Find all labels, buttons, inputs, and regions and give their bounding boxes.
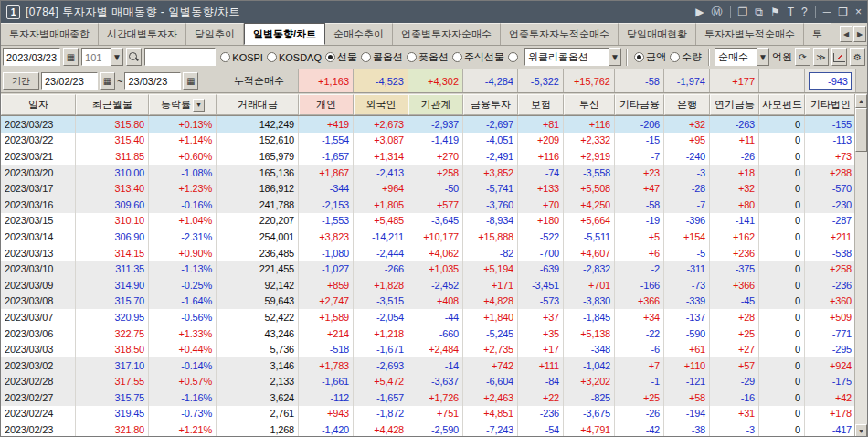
radio-market-KOSDAQ[interactable]: KOSDAQ — [267, 52, 322, 63]
cell-기타법인: -287 — [805, 213, 856, 229]
cell-은행: -240 — [664, 148, 710, 165]
table-row[interactable]: 2023/02/24319.45-0.73%2,761+943-1,872+75… — [1, 406, 856, 422]
table-row[interactable]: 2023/03/07320.95-0.56%52,422+1,589-2,054… — [1, 309, 856, 325]
maximize-button[interactable]: ❒ — [838, 6, 848, 17]
cell-일자: 2023/03/22 — [1, 133, 76, 149]
tab-2[interactable]: 당일추이 — [186, 23, 244, 45]
table-row[interactable]: 2023/03/08315.70-1.64%59,643+2,747-3,515… — [1, 293, 856, 310]
pin-icon[interactable]: ⚑ — [770, 6, 780, 17]
unit-label: 억원 — [772, 50, 792, 64]
cell-일자: 2023/02/27 — [1, 389, 76, 406]
cell-일자: 2023/02/24 — [1, 406, 76, 422]
cell-기관계: -660 — [408, 325, 463, 342]
radio-market-KOSPI[interactable]: KOSPI — [220, 52, 263, 63]
cell-기관계: -2,590 — [408, 421, 463, 437]
search-button[interactable] — [126, 48, 142, 66]
cell-연기금등: +28 — [710, 309, 759, 325]
cell-등락률: +0.60% — [149, 148, 217, 165]
table-row[interactable]: 2023/03/21311.85+0.60%165,979-1,657+1,31… — [1, 148, 856, 165]
tab-0[interactable]: 투자자별매매종합 — [1, 23, 99, 45]
table-row[interactable]: 2023/03/06322.75+1.33%43,246+214+1,218-6… — [1, 325, 856, 342]
cell-금융투자: -3,760 — [463, 197, 518, 213]
radio-market-선물[interactable]: 선물 — [325, 50, 357, 64]
table-row[interactable]: 2023/03/10311.35-1.13%221,455-1,027-266+… — [1, 261, 856, 277]
cell-외국인: +5,485 — [354, 213, 408, 229]
scroll-down-icon[interactable]: ▼ — [855, 424, 867, 437]
cell-은행: -590 — [664, 325, 710, 342]
calendar-icon[interactable]: ▦ — [100, 72, 115, 90]
data-grid: 일자최근월물등락률▼거래대금개인외국인기관계금융투자보험투신기타금융은행연기금등… — [1, 94, 856, 437]
cell-기타금융: +6 — [615, 245, 664, 261]
period-from-input[interactable]: 23/02/23 — [41, 72, 98, 90]
table-row[interactable]: 2023/03/22315.40+1.14%152,610-1,554+3,08… — [1, 133, 856, 149]
cell-일자: 2023/02/23 — [1, 421, 76, 437]
table-row[interactable]: 2023/03/15310.10+1.04%220,207-1,553+5,48… — [1, 213, 856, 229]
table-row[interactable]: 2023/02/23321.80+1.21%1,268-1,420+4,428-… — [1, 421, 856, 437]
period-to-input[interactable]: 23/03/23 — [124, 72, 181, 90]
table-row[interactable]: 2023/03/16309.60-0.16%241,788-2,153+1,80… — [1, 197, 856, 213]
table-row[interactable]: 2023/03/03318.50+0.44%5,736-518-1,671+2,… — [1, 341, 856, 357]
chevron-down-icon[interactable]: ▼ — [757, 48, 769, 66]
table-row[interactable]: 2023/03/13314.15+0.90%236,485-1,080-2,44… — [1, 245, 856, 261]
cell-사모펀드: 0 — [759, 325, 805, 342]
chevron-down-icon[interactable]: ▼ — [609, 48, 621, 66]
tab-5[interactable]: 업종별투자자순매수 — [393, 23, 501, 45]
tab-8[interactable]: 투자자별누적순매수 — [696, 23, 804, 45]
radio-amount-수량[interactable]: 수량 — [670, 50, 702, 64]
radio-market-콜옵션[interactable]: 콜옵션 — [361, 50, 403, 64]
radio-amount-금액[interactable]: 금액 — [634, 50, 666, 64]
tab-4[interactable]: 순매수추이 — [325, 23, 393, 45]
tab-9[interactable]: 투 — [804, 23, 831, 45]
cell-거래대금: 254,001 — [217, 229, 299, 245]
tab-3[interactable]: 일별동향/차트 — [244, 23, 325, 45]
close-button[interactable]: × — [855, 6, 862, 17]
period-controls: 기간 23/02/23 ▦ ~ 23/03/23 ▦ — [1, 69, 220, 92]
scrollbar-thumb[interactable] — [855, 108, 867, 152]
symbol-input[interactable] — [144, 48, 216, 66]
calendar-icon[interactable]: ▦ — [183, 72, 198, 90]
radio-market-주식선물[interactable]: 주식선물 — [452, 50, 504, 64]
expand-button[interactable]: ≫ — [813, 48, 829, 66]
tab-7[interactable]: 당일매매현황 — [619, 23, 696, 45]
table-row[interactable]: 2023/03/02317.10-0.14%3,146+1,783-2,693-… — [1, 357, 856, 374]
table-row[interactable]: 2023/02/27315.75-1.16%3,624-112-1,657+1,… — [1, 389, 856, 406]
chevron-down-icon[interactable]: ▼ — [111, 48, 123, 66]
table-row[interactable]: 2023/03/20310.00-1.08%165,136+1,867-2,41… — [1, 165, 856, 181]
radio-market-6[interactable] — [508, 52, 520, 62]
measure-value[interactable]: 순매수 — [715, 48, 757, 66]
scrollbar-track[interactable] — [855, 152, 867, 424]
tab-scroll-left-icon[interactable]: ◀ — [840, 26, 852, 42]
date-input[interactable]: 2023/03/23 — [3, 48, 60, 66]
code-combo[interactable]: 101 ▼ — [81, 48, 123, 66]
settings-button[interactable]: ⚙ — [850, 48, 865, 66]
font-size-icon[interactable]: T — [788, 6, 794, 17]
mini-mode-icon[interactable]: Ⓜ — [712, 6, 723, 17]
cell-기타법인: -417 — [805, 421, 856, 437]
table-row[interactable]: 2023/03/23315.80+0.13%142,249+419+2,673-… — [1, 116, 856, 133]
vertical-scrollbar[interactable]: ▲ ▼ — [854, 94, 867, 437]
weekly-option-value[interactable]: 위클리콜옵션 — [524, 48, 609, 66]
tab-6[interactable]: 업종투자자누적순매수 — [501, 23, 619, 45]
scroll-up-icon[interactable]: ▲ — [855, 94, 867, 108]
tab-1[interactable]: 시간대별투자자 — [99, 23, 186, 45]
radio-market-풋옵션[interactable]: 풋옵션 — [407, 50, 449, 64]
refresh-button[interactable]: ⟳ — [795, 48, 810, 66]
calendar-icon[interactable]: ▦ — [63, 48, 79, 66]
table-row[interactable]: 2023/03/14306.90-2.31%254,001+3,823-14,2… — [1, 229, 856, 245]
cell-기관계: +408 — [408, 293, 463, 310]
chart-button[interactable] — [831, 48, 847, 66]
play-icon[interactable]: ▶ — [695, 6, 704, 17]
weekly-option-combo[interactable]: 위클리콜옵션 ▼ — [524, 48, 621, 66]
duplicate-window-icon[interactable]: ⧉ — [755, 6, 763, 17]
tab-scroll-right-icon[interactable]: ▶ — [853, 26, 866, 42]
table-row[interactable]: 2023/03/09314.90-0.25%92,142+859+1,828-2… — [1, 277, 856, 293]
minimize-button[interactable]: ─ — [823, 6, 831, 17]
cell-최근월물: 317.10 — [76, 357, 149, 374]
popout-icon[interactable]: ❐ — [738, 6, 748, 17]
sort-dropdown-icon[interactable]: ▼ — [193, 99, 205, 112]
code-input[interactable]: 101 — [81, 48, 111, 66]
table-row[interactable]: 2023/03/17313.40+1.23%186,912-344+964-50… — [1, 180, 856, 197]
measure-combo[interactable]: 순매수 ▼ — [715, 48, 769, 66]
table-row[interactable]: 2023/02/28317.55+0.57%2,133-1,661+5,472-… — [1, 374, 856, 390]
help-icon[interactable]: ? — [801, 6, 808, 17]
